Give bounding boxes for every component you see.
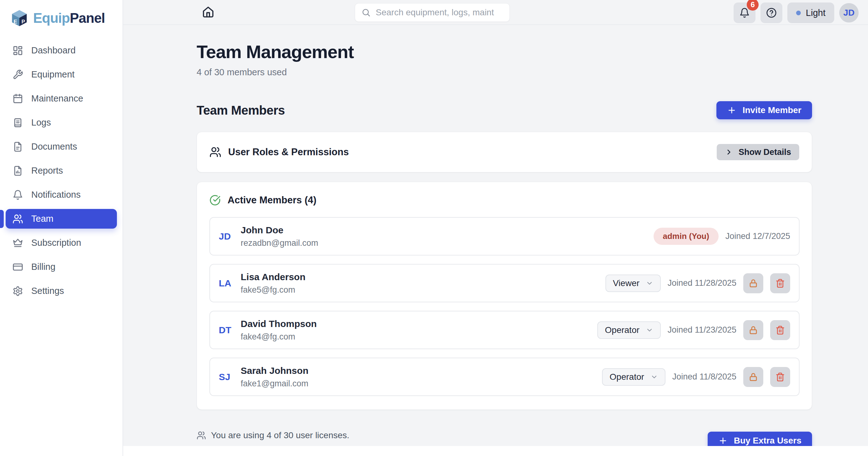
roles-card-title: User Roles & Permissions — [228, 146, 349, 158]
license-usage-section: You are using 4 of 30 user licenses. Buy… — [196, 430, 812, 446]
search-icon — [361, 8, 371, 17]
lock-icon — [749, 279, 758, 288]
sidebar-item-reports[interactable]: Reports — [6, 161, 117, 181]
bell-icon — [12, 190, 23, 200]
sidebar-item-maintenance[interactable]: Maintenance — [6, 89, 117, 108]
help-button[interactable] — [761, 2, 782, 23]
invite-member-label: Invite Member — [743, 105, 801, 115]
member-email: fake4@fg.com — [241, 332, 317, 342]
sidebar-item-label: Team — [31, 214, 54, 224]
sidebar-nav: Dashboard Equipment Maintenance Logs Doc… — [0, 41, 123, 301]
sidebar-item-team[interactable]: Team — [6, 209, 117, 229]
lock-member-button[interactable] — [743, 320, 763, 340]
roles-permissions-card: User Roles & Permissions Show Details — [196, 132, 812, 172]
role-select[interactable]: Operator — [602, 368, 665, 386]
member-name: Sarah Johnson — [241, 365, 309, 376]
check-circle-icon — [210, 195, 221, 206]
role-select[interactable]: Viewer — [606, 274, 661, 292]
layout-dashboard-icon — [12, 45, 23, 56]
lock-member-button[interactable] — [743, 273, 763, 293]
home-icon[interactable] — [202, 6, 214, 19]
lock-icon — [749, 372, 758, 382]
member-name: Lisa Anderson — [241, 272, 305, 282]
trash-icon — [775, 325, 785, 335]
delete-member-button[interactable] — [770, 320, 790, 340]
chevron-right-icon — [725, 148, 733, 156]
sidebar-item-label: Reports — [31, 166, 63, 176]
member-name: David Thompson — [241, 319, 317, 329]
users-icon — [12, 214, 23, 224]
help-circle-icon — [766, 7, 777, 18]
brand-cube-icon: E P — [11, 9, 28, 27]
member-row: LA Lisa Anderson fake5@fg.com Viewer Joi… — [210, 264, 800, 302]
trash-icon — [775, 372, 785, 382]
member-initials: DT — [219, 325, 237, 335]
crown-icon — [12, 238, 23, 248]
notification-count-badge: 6 — [747, 0, 758, 11]
topbar: 6 Light JD — [123, 0, 868, 25]
sidebar-item-label: Documents — [31, 141, 77, 152]
sidebar-item-label: Notifications — [31, 190, 81, 200]
file-chart-icon — [12, 166, 23, 176]
svg-text:E: E — [14, 19, 17, 25]
invite-member-button[interactable]: Invite Member — [716, 101, 812, 119]
sidebar-item-label: Equipment — [31, 69, 75, 79]
delete-member-button[interactable] — [770, 273, 790, 293]
team-members-section-head: Team Members Invite Member — [196, 101, 812, 119]
show-details-button[interactable]: Show Details — [717, 144, 799, 160]
sidebar-item-label: Subscription — [31, 238, 81, 248]
notifications-button[interactable]: 6 — [734, 2, 755, 23]
license-usage-text: You are using 4 of 30 user licenses. — [211, 430, 349, 441]
lock-member-button[interactable] — [743, 367, 763, 387]
member-row: JD John Doe rezadbn@gmail.com admin (You… — [210, 217, 800, 256]
sidebar-item-label: Dashboard — [31, 45, 75, 56]
topbar-actions: 6 Light JD — [734, 2, 859, 23]
sidebar-item-equipment[interactable]: Equipment — [6, 65, 117, 84]
page-title: Team Management — [196, 41, 812, 62]
plus-icon — [727, 105, 736, 115]
chevron-down-icon — [646, 280, 653, 287]
sidebar-item-label: Billing — [31, 262, 55, 272]
sidebar-item-notifications[interactable]: Notifications — [6, 185, 117, 204]
users-icon — [196, 431, 206, 440]
chevron-down-icon — [650, 373, 658, 381]
delete-member-button[interactable] — [770, 367, 790, 387]
active-members-card: Active Members (4) JD John Doe rezadbn@g… — [196, 182, 812, 410]
file-text-icon — [12, 141, 23, 152]
member-name: John Doe — [241, 225, 318, 235]
member-email: fake5@fg.com — [241, 285, 305, 295]
role-select[interactable]: Operator — [597, 321, 661, 339]
search-input[interactable] — [376, 7, 503, 18]
member-joined-date: Joined 11/23/2025 — [668, 325, 736, 335]
sidebar-item-billing[interactable]: Billing — [6, 257, 117, 277]
sidebar-item-label: Settings — [31, 286, 64, 296]
chevron-down-icon — [646, 326, 653, 334]
sidebar-item-label: Logs — [31, 118, 51, 128]
member-initials: LA — [219, 278, 237, 289]
member-joined-date: Joined 12/7/2025 — [725, 231, 790, 241]
avatar[interactable]: JD — [839, 3, 859, 23]
section-title: Team Members — [196, 103, 285, 118]
theme-label: Light — [806, 8, 826, 18]
sidebar-item-settings[interactable]: Settings — [6, 281, 117, 301]
buy-extra-users-button[interactable]: Buy Extra Users — [708, 432, 812, 446]
show-details-label: Show Details — [739, 148, 791, 157]
sidebar-item-label: Maintenance — [31, 93, 83, 104]
wrench-icon — [12, 69, 23, 80]
sidebar-item-dashboard[interactable]: Dashboard — [6, 41, 117, 60]
trash-icon — [775, 279, 785, 288]
sidebar-item-documents[interactable]: Documents — [6, 137, 117, 157]
plus-icon — [718, 436, 727, 445]
brand-logo: E P EquipPanel — [0, 0, 123, 32]
credit-card-icon — [12, 262, 23, 272]
active-members-title: Active Members (4) — [227, 195, 316, 206]
sidebar-item-subscription[interactable]: Subscription — [6, 233, 117, 253]
member-initials: SJ — [219, 372, 237, 382]
sidebar-item-logs[interactable]: Logs — [6, 113, 117, 132]
theme-dot-icon — [796, 11, 801, 15]
admin-role-badge: admin (You) — [654, 228, 719, 245]
notebook-icon — [12, 118, 23, 128]
member-row: SJ Sarah Johnson fake1@gmail.com Operato… — [210, 358, 800, 396]
theme-toggle-button[interactable]: Light — [787, 2, 834, 23]
lock-icon — [749, 325, 758, 335]
